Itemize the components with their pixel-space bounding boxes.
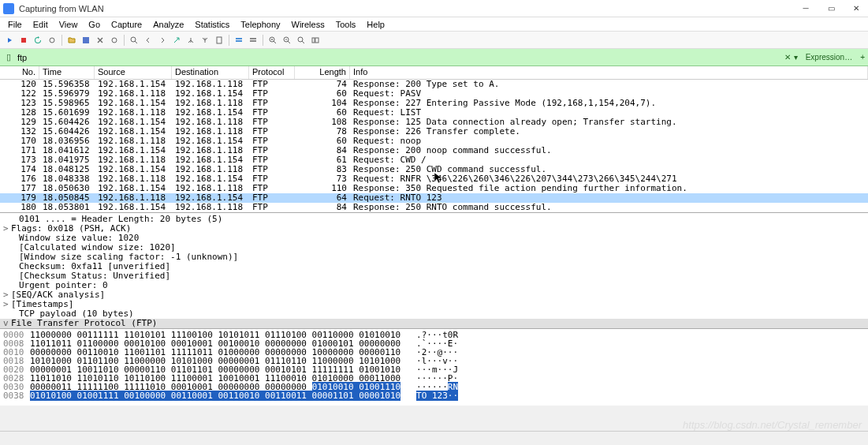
col-time[interactable]: Time xyxy=(39,66,95,79)
packet-row[interactable]: 17418.048125192.168.1.154192.168.1.118FT… xyxy=(0,165,868,174)
svg-rect-20 xyxy=(315,38,319,43)
status-bar xyxy=(0,431,868,445)
filter-bar: ▯ ✕ ▾ Expression… + xyxy=(0,49,868,66)
colorize2-icon[interactable] xyxy=(247,34,259,47)
col-dest[interactable]: Destination xyxy=(172,66,249,79)
svg-rect-2 xyxy=(83,37,89,43)
packet-list[interactable]: 12015.596358192.168.1.154192.168.1.118FT… xyxy=(0,80,868,212)
svg-rect-6 xyxy=(236,38,242,39)
menu-tools[interactable]: Tools xyxy=(331,19,361,30)
filter-clear-icon[interactable]: ✕ xyxy=(784,53,791,62)
menubar: FileEditViewGoCaptureAnalyzeStatisticsTe… xyxy=(0,17,868,32)
svg-line-15 xyxy=(288,41,290,43)
autoscroll-icon[interactable] xyxy=(213,34,225,47)
col-no[interactable]: No. xyxy=(0,66,39,79)
maximize-button[interactable]: ▭ xyxy=(822,2,840,15)
svg-rect-0 xyxy=(21,38,26,43)
packet-bytes-pane[interactable]: 000011000000 00111111 11010101 11100100 … xyxy=(0,328,868,406)
detail-row[interactable]: [Checksum Status: Unverified] xyxy=(0,271,868,281)
packet-row[interactable]: 17718.050630192.168.1.154192.168.1.118FT… xyxy=(0,184,868,193)
packet-row[interactable]: 17918.050845192.168.1.118192.168.1.154FT… xyxy=(0,193,868,203)
detail-row[interactable]: vFile Transfer Protocol (FTP) xyxy=(0,319,868,328)
packet-row[interactable]: 17618.048338192.168.1.118192.168.1.154FT… xyxy=(0,174,868,184)
zoom-in-icon[interactable] xyxy=(266,34,279,47)
packet-row[interactable]: 17018.036956192.168.1.118192.168.1.154FT… xyxy=(0,136,868,146)
svg-rect-5 xyxy=(217,37,222,43)
menu-wireless[interactable]: Wireless xyxy=(287,19,330,30)
svg-line-4 xyxy=(135,41,137,43)
close-button[interactable]: ✕ xyxy=(848,2,865,15)
menu-help[interactable]: Help xyxy=(362,19,389,30)
menu-go[interactable]: Go xyxy=(84,19,105,30)
display-filter-input[interactable] xyxy=(14,53,784,62)
menu-capture[interactable]: Capture xyxy=(106,19,147,30)
filter-dropdown-icon[interactable]: ▾ xyxy=(794,53,798,62)
colorize-icon[interactable] xyxy=(233,34,245,47)
packet-list-header: No. Time Source Destination Protocol Len… xyxy=(0,66,868,80)
goto-first-icon[interactable] xyxy=(184,34,197,47)
filter-add-icon[interactable]: + xyxy=(860,53,865,62)
svg-line-11 xyxy=(274,41,276,43)
goto-icon[interactable] xyxy=(170,34,183,47)
svg-rect-8 xyxy=(250,38,256,39)
col-proto[interactable]: Protocol xyxy=(249,66,295,79)
save-icon[interactable] xyxy=(80,34,92,47)
hex-row[interactable]: 003801010100 01001111 00100000 00110001 … xyxy=(3,391,865,400)
packet-row[interactable]: 18018.053801192.168.1.154192.168.1.118FT… xyxy=(0,203,868,212)
menu-analyze[interactable]: Analyze xyxy=(148,19,188,30)
packet-row[interactable]: 17118.041612192.168.1.154192.168.1.118FT… xyxy=(0,146,868,155)
toolbar xyxy=(0,32,868,49)
packet-details-pane[interactable]: 0101 .... = Header Length: 20 bytes (5)>… xyxy=(0,212,868,328)
packet-row[interactable]: 12315.598965192.168.1.154192.168.1.118FT… xyxy=(0,99,868,108)
prev-icon[interactable] xyxy=(142,34,155,47)
menu-edit[interactable]: Edit xyxy=(28,19,53,30)
app-icon xyxy=(3,3,14,14)
next-icon[interactable] xyxy=(156,34,169,47)
restart-capture-icon[interactable] xyxy=(32,34,44,47)
menu-view[interactable]: View xyxy=(54,19,83,30)
packet-row[interactable]: 12015.596358192.168.1.154192.168.1.118FT… xyxy=(0,80,868,89)
bookmark-icon[interactable]: ▯ xyxy=(3,52,14,62)
titlebar: Capturing from WLAN ─ ▭ ✕ xyxy=(0,0,868,17)
detail-row[interactable]: Urgent pointer: 0 xyxy=(0,281,868,290)
menu-statistics[interactable]: Statistics xyxy=(190,19,234,30)
open-icon[interactable] xyxy=(65,34,78,47)
col-length[interactable]: Length xyxy=(295,66,350,79)
detail-row[interactable]: >[SEQ/ACK analysis] xyxy=(0,290,868,300)
watermark-text: https://blog.csdn.net/Crystal_remember xyxy=(683,419,862,431)
resize-columns-icon[interactable] xyxy=(309,34,322,47)
svg-rect-7 xyxy=(236,40,242,42)
menu-file[interactable]: File xyxy=(3,19,27,30)
svg-point-1 xyxy=(50,38,54,43)
svg-rect-9 xyxy=(250,40,256,42)
menu-telephony[interactable]: Telephony xyxy=(236,19,285,30)
col-info[interactable]: Info xyxy=(350,66,868,79)
packet-row[interactable]: 17318.041975192.168.1.118192.168.1.154FT… xyxy=(0,155,868,165)
find-icon[interactable] xyxy=(128,34,140,47)
svg-rect-19 xyxy=(312,38,315,43)
stop-capture-icon[interactable] xyxy=(17,34,30,47)
expression-button[interactable]: Expression… xyxy=(801,52,857,62)
window-title: Capturing from WLAN xyxy=(19,4,797,13)
col-source[interactable]: Source xyxy=(95,66,172,79)
options-icon[interactable] xyxy=(46,34,58,47)
packet-row[interactable]: 12915.604426192.168.1.154192.168.1.118FT… xyxy=(0,118,868,127)
minimize-button[interactable]: ─ xyxy=(797,2,814,15)
close-file-icon[interactable] xyxy=(94,34,106,47)
svg-line-18 xyxy=(302,41,304,43)
packet-row[interactable]: 13215.604426192.168.1.154192.168.1.118FT… xyxy=(0,127,868,136)
start-capture-icon[interactable] xyxy=(3,34,16,47)
zoom-reset-icon[interactable] xyxy=(295,34,307,47)
goto-last-icon[interactable] xyxy=(199,34,211,47)
packet-row[interactable]: 12215.596979192.168.1.118192.168.1.154FT… xyxy=(0,89,868,99)
reload-icon[interactable] xyxy=(108,34,121,47)
zoom-out-icon[interactable] xyxy=(281,34,293,47)
packet-row[interactable]: 12815.601699192.168.1.118192.168.1.154FT… xyxy=(0,108,868,118)
